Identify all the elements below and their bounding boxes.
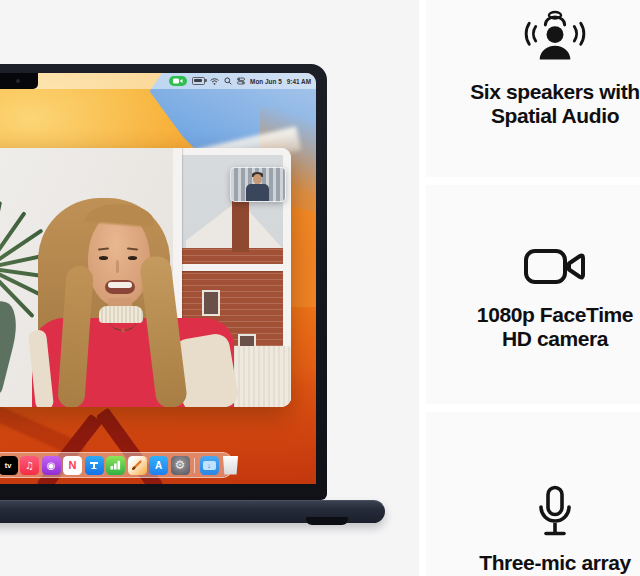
- search-icon[interactable]: [224, 77, 232, 85]
- feature-text-mic: Three-mic array: [426, 551, 640, 575]
- woman-eye-left: [99, 256, 108, 260]
- gear-icon: ⚙: [175, 458, 186, 472]
- dock-separator: [194, 458, 195, 473]
- feature-section-speakers: Six speakers with Spatial Audio: [426, 6, 640, 128]
- woman-teeth: [108, 282, 132, 288]
- spatial-audio-icon: [522, 6, 588, 68]
- dock-icon-music[interactable]: ♫: [20, 456, 39, 475]
- facetime-pip-self-view[interactable]: [230, 167, 286, 202]
- dock-icon-downloads[interactable]: ↓: [200, 456, 219, 475]
- pip-man-shirt: [246, 184, 269, 201]
- dock-icon-news[interactable]: N: [63, 456, 82, 475]
- music-note-glyph: ♫: [25, 460, 34, 471]
- woman-nose: [116, 260, 119, 273]
- feature-text-speakers: Six speakers with Spatial Audio: [426, 80, 640, 128]
- woman-eye-right: [128, 256, 137, 260]
- macbook-base-foot: [306, 517, 348, 525]
- plant-big-leaf: [0, 296, 23, 399]
- dock-icon-numbers[interactable]: [106, 456, 125, 475]
- pages-pen-glyph: [131, 459, 143, 471]
- dock-icon-app-store[interactable]: A: [149, 456, 168, 475]
- dock-icon-podcasts[interactable]: ◉: [42, 456, 61, 475]
- house-window-1: [202, 290, 220, 316]
- window-sash-horizontal: [173, 264, 291, 271]
- feature-line: Three-mic array: [426, 551, 640, 575]
- facetime-camera-icon: [523, 243, 587, 289]
- marketing-image: Mon Jun 5 9:41 AM: [0, 0, 640, 576]
- feature-line: Six speakers with: [426, 80, 640, 104]
- horizontal-divider-2: [419, 404, 640, 412]
- feature-line: Spatial Audio: [426, 104, 640, 128]
- dock-icon-tv[interactable]: tv: [0, 456, 18, 475]
- feature-line: HD camera: [426, 327, 640, 351]
- control-center-icon[interactable]: [237, 77, 245, 85]
- news-glyph: N: [69, 459, 77, 471]
- woman-pendant: [121, 328, 125, 333]
- tv-glyph: tv: [5, 461, 12, 470]
- woman-hairline: [84, 204, 154, 240]
- app-store-glyph: A: [155, 460, 162, 471]
- window-sash-top: [173, 148, 291, 154]
- dock-icon-pages[interactable]: [128, 456, 147, 475]
- menu-bar-date[interactable]: Mon Jun 5: [250, 78, 282, 85]
- camera-glyph: [173, 78, 183, 84]
- feature-text-camera: 1080p FaceTime HD camera: [426, 303, 640, 351]
- dock-icon-settings[interactable]: ⚙: [171, 456, 190, 475]
- camera-notch: [0, 73, 38, 89]
- pip-man-face: [253, 174, 262, 184]
- wifi-icon[interactable]: [210, 78, 219, 85]
- video-indicator-icon[interactable]: [169, 76, 187, 86]
- webcam-dot: [16, 79, 20, 83]
- macbook-display: Mon Jun 5 9:41 AM: [0, 73, 316, 484]
- feature-section-camera: 1080p FaceTime HD camera: [426, 243, 640, 351]
- woman-smile: [105, 280, 135, 294]
- dock: tv ♫ ◉ N: [0, 452, 232, 478]
- three-mic-icon: [536, 485, 574, 541]
- feature-line: 1080p FaceTime: [426, 303, 640, 327]
- menu-bar: Mon Jun 5 9:41 AM: [0, 73, 316, 89]
- menu-bar-status-cluster: Mon Jun 5 9:41 AM: [169, 73, 311, 89]
- numbers-bars-glyph: [110, 460, 121, 470]
- horizontal-divider-1: [419, 177, 640, 185]
- keynote-podium-glyph: [89, 460, 99, 470]
- vertical-divider: [419, 0, 426, 576]
- feature-section-mic: Three-mic array: [426, 485, 640, 575]
- battery-icon[interactable]: [192, 77, 205, 85]
- dock-icon-keynote[interactable]: [85, 456, 104, 475]
- download-arrow-glyph: ↓: [207, 462, 211, 469]
- facetime-window[interactable]: [0, 148, 291, 407]
- podcasts-glyph: ◉: [47, 460, 56, 471]
- menu-bar-time[interactable]: 9:41 AM: [287, 78, 311, 85]
